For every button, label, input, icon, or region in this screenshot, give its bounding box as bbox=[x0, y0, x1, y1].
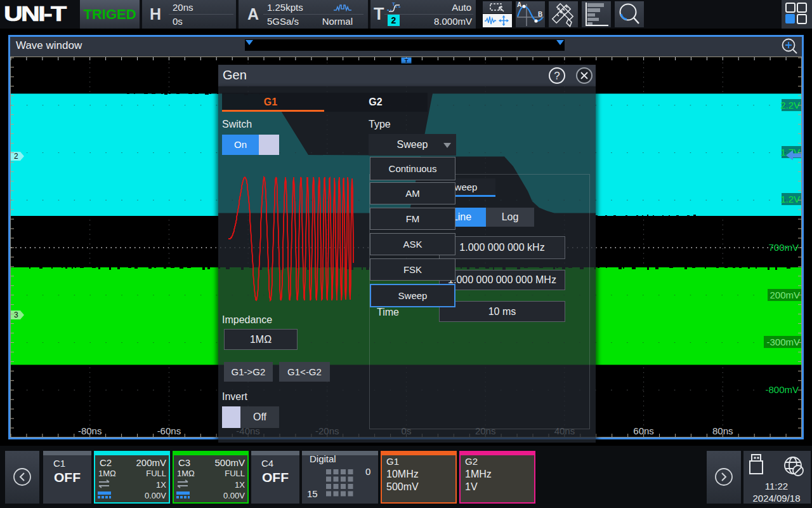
svg-text:11:22: 11:22 bbox=[765, 481, 788, 491]
svg-text:2024/09/18: 2024/09/18 bbox=[752, 493, 800, 504]
